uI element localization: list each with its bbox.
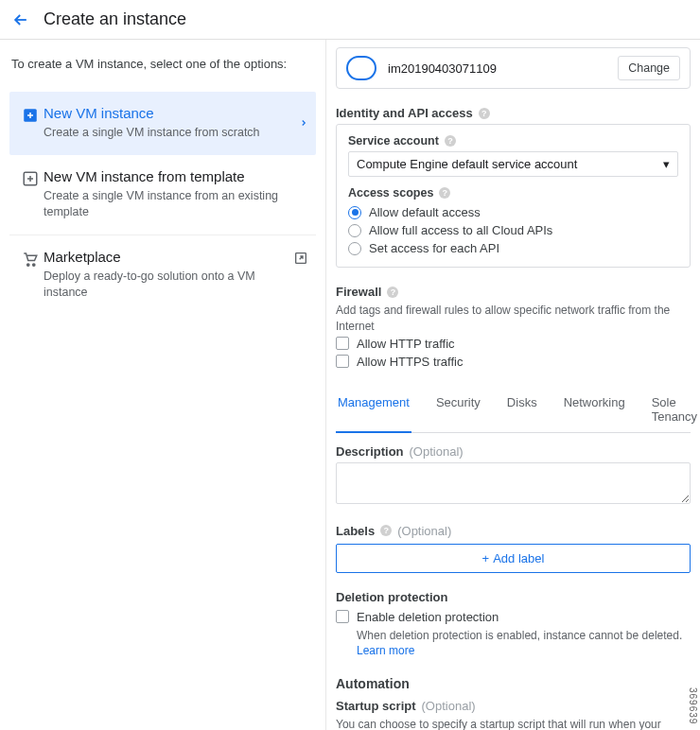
page-title: Create an instance bbox=[44, 9, 186, 29]
access-scopes-label: Access scopes ? bbox=[348, 186, 678, 200]
radio-label: Allow full access to all Cloud APIs bbox=[369, 223, 552, 237]
tab-networking[interactable]: Networking bbox=[562, 388, 627, 433]
access-scopes-group: Allow default access Allow full access t… bbox=[348, 203, 678, 257]
optional-text: (Optional) bbox=[422, 699, 476, 713]
tab-management[interactable]: Management bbox=[336, 388, 411, 433]
radio-icon bbox=[348, 206, 361, 219]
firewall-hint: Add tags and firewall rules to allow spe… bbox=[336, 303, 691, 335]
svg-point-3 bbox=[33, 263, 35, 265]
add-label-text: Add label bbox=[493, 551, 544, 565]
service-account-value: Compute Engine default service account bbox=[357, 157, 577, 171]
deletion-hint-text: When deletion protection is enabled, ins… bbox=[357, 629, 682, 642]
option-title: New VM instance from template bbox=[44, 168, 308, 184]
automation-heading: Automation bbox=[336, 676, 691, 691]
startup-hint: You can choose to specify a startup scri… bbox=[336, 717, 691, 730]
option-title: New VM instance bbox=[44, 105, 299, 121]
identity-heading-text: Identity and API access bbox=[336, 106, 473, 120]
checkbox-icon bbox=[336, 355, 349, 368]
option-new-vm[interactable]: New VM instance Create a single VM insta… bbox=[9, 92, 316, 155]
add-label-button[interactable]: + Add label bbox=[336, 544, 691, 573]
radio-icon bbox=[348, 224, 361, 237]
option-desc: Deploy a ready-to-go solution onto a VM … bbox=[44, 269, 293, 302]
svg-point-2 bbox=[27, 263, 29, 265]
radio-label: Allow default access bbox=[369, 205, 481, 219]
learn-more-link[interactable]: Learn more bbox=[357, 644, 414, 657]
help-icon[interactable]: ? bbox=[439, 187, 450, 199]
checkbox-http[interactable]: Allow HTTP traffic bbox=[336, 335, 691, 353]
radio-per-api[interactable]: Set access for each API bbox=[348, 239, 678, 257]
help-icon[interactable]: ? bbox=[479, 108, 490, 119]
description-label: Description (Optional) bbox=[336, 444, 691, 459]
labels-label: Labels ? (Optional) bbox=[336, 524, 691, 538]
sidebar-intro: To create a VM instance, select one of t… bbox=[9, 57, 316, 71]
description-textarea[interactable] bbox=[336, 462, 691, 504]
form-pane: im20190403071109 Change Identity and API… bbox=[326, 40, 700, 730]
checkbox-icon bbox=[336, 610, 349, 623]
checkbox-label: Enable deletion protection bbox=[357, 610, 499, 624]
checkbox-icon bbox=[336, 337, 349, 350]
radio-default-access[interactable]: Allow default access bbox=[348, 203, 678, 221]
change-button[interactable]: Change bbox=[618, 56, 680, 80]
plus-icon: + bbox=[482, 551, 490, 565]
checkbox-deletion-protection[interactable]: Enable deletion protection bbox=[336, 608, 691, 626]
back-arrow-icon[interactable] bbox=[11, 10, 30, 29]
tabs: Management Security Disks Networking Sol… bbox=[336, 388, 691, 433]
option-desc: Create a single VM instance from an exis… bbox=[44, 188, 308, 221]
deletion-heading: Deletion protection bbox=[336, 590, 691, 604]
startup-label-text: Startup script bbox=[336, 699, 416, 713]
optional-text: (Optional) bbox=[397, 524, 451, 538]
service-account-label: Service account ? bbox=[348, 134, 678, 148]
boot-disk-box: im20190403071109 Change bbox=[336, 47, 691, 89]
template-plus-icon bbox=[17, 168, 44, 187]
startup-hint-text: You can choose to specify a startup scri… bbox=[336, 718, 680, 730]
help-icon[interactable]: ? bbox=[445, 135, 456, 147]
description-label-text: Description bbox=[336, 444, 404, 459]
identity-panel: Service account ? Compute Engine default… bbox=[336, 124, 691, 268]
firewall-heading: Firewall ? bbox=[336, 285, 691, 299]
chevron-right-icon bbox=[299, 116, 308, 130]
service-account-select[interactable]: Compute Engine default service account ▾ bbox=[348, 151, 678, 177]
startup-label: Startup script (Optional) bbox=[336, 699, 691, 713]
disk-icon bbox=[346, 56, 376, 80]
checkbox-label: Allow HTTPS traffic bbox=[357, 355, 463, 369]
option-marketplace[interactable]: Marketplace Deploy a ready-to-go solutio… bbox=[9, 235, 316, 315]
deletion-hint: When deletion protection is enabled, ins… bbox=[336, 628, 691, 660]
access-scopes-label-text: Access scopes bbox=[348, 186, 433, 200]
option-from-template[interactable]: New VM instance from template Create a s… bbox=[9, 155, 316, 235]
radio-full-access[interactable]: Allow full access to all Cloud APIs bbox=[348, 221, 678, 239]
help-icon[interactable]: ? bbox=[387, 287, 398, 298]
caret-down-icon: ▾ bbox=[663, 157, 670, 171]
identity-heading: Identity and API access ? bbox=[336, 106, 691, 120]
tab-disks[interactable]: Disks bbox=[505, 388, 539, 433]
radio-icon bbox=[348, 242, 361, 255]
tab-security[interactable]: Security bbox=[434, 388, 482, 433]
sidebar: To create a VM instance, select one of t… bbox=[0, 40, 326, 730]
optional-text: (Optional) bbox=[410, 444, 464, 459]
radio-label: Set access for each API bbox=[369, 241, 499, 255]
option-desc: Create a single VM instance from scratch bbox=[44, 125, 299, 142]
image-number: 369639 bbox=[688, 687, 698, 724]
checkbox-https[interactable]: Allow HTTPS traffic bbox=[336, 353, 691, 371]
boot-disk-name: im20190403071109 bbox=[388, 61, 606, 76]
checkbox-label: Allow HTTP traffic bbox=[357, 337, 455, 351]
service-account-label-text: Service account bbox=[348, 134, 439, 148]
labels-label-text: Labels bbox=[336, 524, 375, 538]
help-icon[interactable]: ? bbox=[380, 525, 392, 536]
firewall-heading-text: Firewall bbox=[336, 285, 381, 299]
launch-icon bbox=[293, 249, 308, 266]
option-title: Marketplace bbox=[44, 249, 293, 265]
plus-square-icon bbox=[17, 105, 44, 124]
tab-sole-tenancy[interactable]: Sole Tenancy bbox=[650, 388, 699, 433]
cart-icon bbox=[17, 249, 44, 268]
